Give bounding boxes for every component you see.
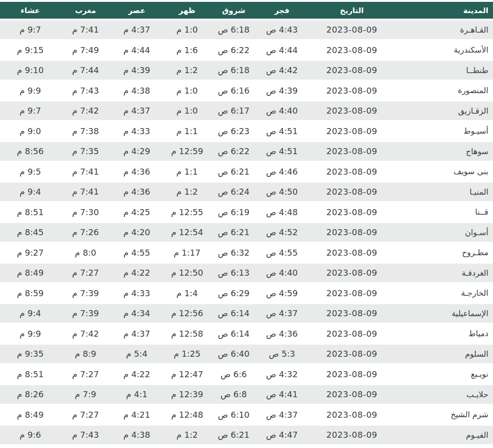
cell-maghrib: 7:41 م: [61, 20, 110, 39]
cell-asr: 4:25 م: [110, 203, 163, 222]
cell-fajr: 4:37 ص: [256, 406, 308, 424]
cell-asr: 4:22 م: [110, 365, 163, 384]
cell-city: القـاهـرة: [396, 20, 493, 39]
cell-date: 2023-08-09: [308, 345, 396, 363]
table-row: الإسماعيلية2023-08-094:37 ص6:14 ص12:56 م…: [0, 304, 493, 323]
cell-fajr: 4:46 ص: [256, 163, 308, 181]
cell-maghrib: 7:41 م: [61, 183, 110, 201]
cell-dhuhr: 1:0 م: [163, 102, 211, 120]
cell-city: الأسكندرية: [396, 41, 493, 60]
cell-fajr: 4:55 ص: [256, 244, 308, 262]
cell-asr: 4:36 م: [110, 183, 163, 201]
cell-city: دمياط: [396, 325, 493, 343]
cell-date: 2023-08-09: [308, 365, 396, 384]
cell-date: 2023-08-09: [308, 304, 396, 323]
cell-isha: 8:56 م: [0, 142, 61, 161]
cell-shorouq: 6:40 ص: [211, 345, 256, 363]
cell-dhuhr: 12:47 م: [163, 365, 211, 384]
cell-dhuhr: 12:39 م: [163, 385, 211, 404]
cell-city: أسـوان: [396, 223, 493, 242]
cell-city: نويـبع: [396, 365, 493, 384]
column-header-fajr: فجر: [256, 2, 308, 19]
table-row: سوهاج2023-08-094:51 ص6:22 ص12:59 م4:29 م…: [0, 142, 493, 161]
cell-date: 2023-08-09: [308, 102, 396, 120]
cell-isha: 9:27 م: [0, 244, 61, 262]
cell-fajr: 4:52 ص: [256, 223, 308, 242]
header-row: المدينة التاريخ فجر شروق ظهر عصر مغرب عش…: [0, 2, 493, 19]
column-header-dhuhr: ظهر: [163, 2, 211, 19]
cell-isha: 9:7 م: [0, 102, 61, 120]
table-row: الأسكندرية2023-08-094:44 ص6:22 ص1:6 م4:4…: [0, 41, 493, 60]
cell-isha: 9:9 م: [0, 325, 61, 343]
cell-asr: 4:37 م: [110, 102, 163, 120]
cell-date: 2023-08-09: [308, 163, 396, 181]
cell-maghrib: 7:9 م: [61, 385, 110, 404]
cell-city: شرم الشيخ: [396, 406, 493, 424]
cell-dhuhr: 12:54 م: [163, 223, 211, 242]
cell-shorouq: 6:21 ص: [211, 223, 256, 242]
cell-isha: 8:51 م: [0, 203, 61, 222]
cell-maghrib: 7:41 م: [61, 163, 110, 181]
cell-shorouq: 6:22 ص: [211, 41, 256, 60]
cell-maghrib: 7:43 م: [61, 426, 110, 444]
table-row: السلوم2023-08-095:3 ص6:40 ص1:25 م5:4 م8:…: [0, 345, 493, 363]
table-row: الغردقـة2023-08-094:40 ص6:13 ص12:50 م4:2…: [0, 264, 493, 282]
cell-shorouq: 6:29 ص: [211, 284, 256, 303]
cell-isha: 8:49 م: [0, 264, 61, 282]
cell-maghrib: 7:38 م: [61, 122, 110, 141]
cell-fajr: 4:48 ص: [256, 203, 308, 222]
cell-date: 2023-08-09: [308, 61, 396, 80]
cell-asr: 4:44 م: [110, 41, 163, 60]
table-row: شرم الشيخ2023-08-094:37 ص6:10 ص12:48 م4:…: [0, 406, 493, 424]
cell-fajr: 5:3 ص: [256, 345, 308, 363]
cell-dhuhr: 1:2 م: [163, 183, 211, 201]
table-row: مطـروح2023-08-094:55 ص6:32 ص1:17 م4:55 م…: [0, 244, 493, 262]
cell-asr: 5:4 م: [110, 345, 163, 363]
cell-shorouq: 6:14 ص: [211, 325, 256, 343]
cell-date: 2023-08-09: [308, 223, 396, 242]
cell-asr: 4:37 م: [110, 325, 163, 343]
column-header-city: المدينة: [396, 2, 493, 19]
table-row: أسيـوط2023-08-094:51 ص6:23 ص1:1 م4:33 م7…: [0, 122, 493, 141]
cell-date: 2023-08-09: [308, 325, 396, 343]
cell-fajr: 4:51 ص: [256, 142, 308, 161]
column-header-isha: عشاء: [0, 2, 61, 19]
cell-fajr: 4:43 ص: [256, 20, 308, 39]
table-row: قــنا2023-08-094:48 ص6:19 ص12:55 م4:25 م…: [0, 203, 493, 222]
cell-isha: 9:15 م: [0, 41, 61, 60]
cell-isha: 9:4 م: [0, 183, 61, 201]
cell-isha: 8:45 م: [0, 223, 61, 242]
cell-shorouq: 6:22 ص: [211, 142, 256, 161]
cell-city: المنصورة: [396, 81, 493, 100]
table-row: المنيـا2023-08-094:50 ص6:24 ص1:2 م4:36 م…: [0, 183, 493, 201]
cell-dhuhr: 1:1 م: [163, 163, 211, 181]
cell-maghrib: 8:9 م: [61, 345, 110, 363]
cell-date: 2023-08-09: [308, 284, 396, 303]
cell-city: الزقـازيق: [396, 102, 493, 120]
cell-shorouq: 6:8 ص: [211, 385, 256, 404]
cell-isha: 9:4 م: [0, 304, 61, 323]
cell-city: السلوم: [396, 345, 493, 363]
cell-asr: 4:20 م: [110, 223, 163, 242]
cell-isha: 9:7 م: [0, 20, 61, 39]
cell-asr: 4:38 م: [110, 81, 163, 100]
cell-city: الفيـوم: [396, 426, 493, 444]
column-header-maghrib: مغرب: [61, 2, 110, 19]
cell-date: 2023-08-09: [308, 385, 396, 404]
cell-asr: 4:33 م: [110, 284, 163, 303]
cell-dhuhr: 1:2 م: [163, 426, 211, 444]
cell-dhuhr: 1:6 م: [163, 41, 211, 60]
table-row: نويـبع2023-08-094:32 ص6:6 ص12:47 م4:22 م…: [0, 365, 493, 384]
cell-maghrib: 7:27 م: [61, 406, 110, 424]
cell-date: 2023-08-09: [308, 41, 396, 60]
cell-isha: 9:0 م: [0, 122, 61, 141]
cell-dhuhr: 12:56 م: [163, 304, 211, 323]
table-row: الزقـازيق2023-08-094:40 ص6:17 ص1:0 م4:37…: [0, 102, 493, 120]
cell-city: حلايـب: [396, 385, 493, 404]
cell-shorouq: 6:24 ص: [211, 183, 256, 201]
cell-dhuhr: 1:25 م: [163, 345, 211, 363]
cell-fajr: 4:40 ص: [256, 264, 308, 282]
cell-city: بنى سويف: [396, 163, 493, 181]
cell-city: سوهاج: [396, 142, 493, 161]
cell-fajr: 4:44 ص: [256, 41, 308, 60]
